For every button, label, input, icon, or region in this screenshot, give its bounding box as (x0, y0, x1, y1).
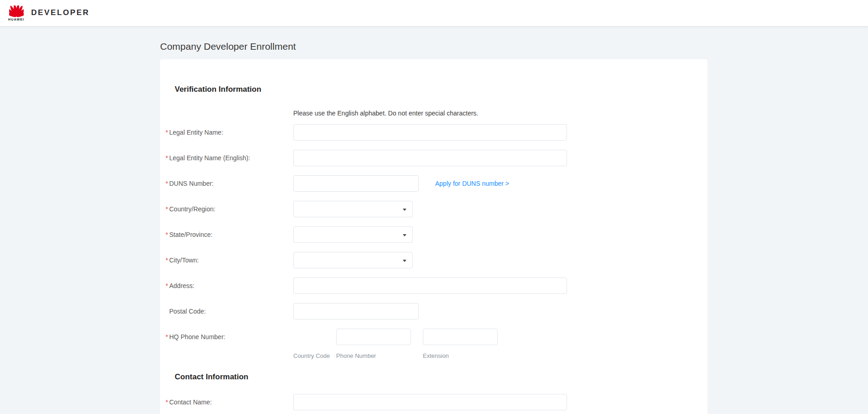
chevron-down-icon (403, 209, 406, 211)
page-title: Company Developer Enrollment (160, 41, 868, 52)
contact-name-row: * Contact Name: (160, 394, 707, 410)
legal-entity-name-english-row: * Legal Entity Name (English): (160, 150, 707, 166)
chevron-down-icon (403, 234, 406, 236)
required-asterisk-placeholder (166, 303, 169, 320)
city-town-select[interactable] (293, 252, 413, 268)
city-town-row: * City/Town: (160, 252, 707, 268)
enrollment-form-card: Verification Information Please use the … (160, 59, 707, 414)
legal-entity-name-english-input[interactable] (293, 150, 567, 166)
address-row: * Address: (160, 278, 707, 294)
required-asterisk: * (166, 175, 169, 192)
city-town-label: * City/Town: (166, 252, 293, 268)
required-asterisk: * (166, 124, 169, 141)
state-province-label: * State/Province: (166, 226, 293, 243)
phone-number-sublabel: Phone Number (336, 352, 423, 359)
huawei-logo-word: HUAWEI (8, 18, 24, 21)
required-asterisk: * (166, 394, 169, 410)
state-province-select[interactable] (293, 226, 413, 243)
extension-input[interactable] (423, 329, 498, 345)
phone-number-input[interactable] (336, 329, 411, 345)
postal-code-input[interactable] (293, 303, 419, 320)
postal-code-label: Postal Code: (166, 303, 293, 320)
chevron-down-icon (403, 260, 406, 262)
english-alphabet-helper-text: Please use the English alphabet. Do not … (293, 109, 707, 118)
huawei-flower-icon (9, 5, 24, 17)
country-region-select[interactable] (293, 201, 413, 217)
country-code-select[interactable] (293, 329, 336, 345)
required-asterisk: * (166, 329, 169, 345)
legal-entity-name-label: * Legal Entity Name: (166, 124, 293, 141)
hq-phone-number-label: * HQ Phone Number: (166, 329, 293, 345)
state-province-row: * State/Province: (160, 226, 707, 243)
huawei-logo[interactable]: HUAWEI (8, 5, 24, 21)
extension-sublabel: Extension (423, 352, 449, 359)
apply-for-duns-number-link[interactable]: Apply for DUNS number > (435, 175, 509, 192)
required-asterisk: * (166, 226, 169, 243)
country-region-label: * Country/Region: (166, 201, 293, 217)
address-label: * Address: (166, 278, 293, 294)
country-region-row: * Country/Region: (160, 201, 707, 217)
top-header: HUAWEI DEVELOPER (0, 0, 868, 26)
contact-section-heading: Contact Information (175, 373, 707, 381)
phone-sublabels: Country Code Phone Number Extension (293, 352, 498, 359)
duns-number-input[interactable] (293, 175, 419, 192)
country-code-sublabel: Country Code (293, 352, 336, 359)
required-asterisk: * (166, 201, 169, 217)
legal-entity-name-input[interactable] (293, 124, 567, 141)
duns-number-row: * DUNS Number: Apply for DUNS number > (160, 175, 707, 192)
required-asterisk: * (166, 150, 169, 166)
legal-entity-name-row: * Legal Entity Name: (160, 124, 707, 141)
required-asterisk: * (166, 278, 169, 294)
hq-phone-number-row: * HQ Phone Number: Country Code Phone Nu… (160, 329, 707, 359)
contact-name-input[interactable] (293, 394, 567, 410)
contact-name-label: * Contact Name: (166, 394, 293, 410)
verification-section-heading: Verification Information (175, 85, 707, 94)
duns-number-label: * DUNS Number: (166, 175, 293, 192)
required-asterisk: * (166, 252, 169, 268)
postal-code-row: Postal Code: (160, 303, 707, 320)
legal-entity-name-english-label: * Legal Entity Name (English): (166, 150, 293, 166)
address-input[interactable] (293, 278, 567, 294)
developer-brand-text: DEVELOPER (31, 8, 89, 17)
